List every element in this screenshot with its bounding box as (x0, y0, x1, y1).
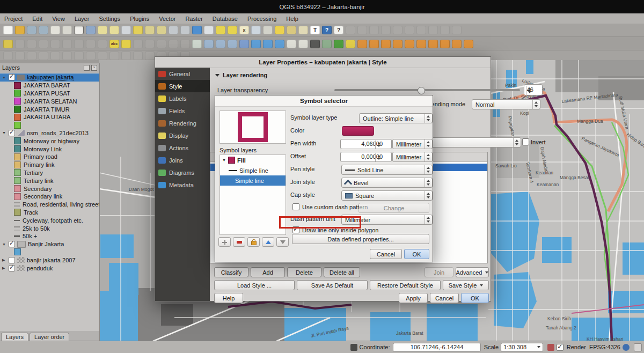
restore-default-style-button[interactable]: Restore Default Style (370, 280, 441, 290)
layer-row[interactable]: Cycleway, footpath etc. (0, 216, 99, 224)
zoom-full-icon[interactable] (133, 26, 143, 34)
add-button[interactable]: Add (251, 267, 285, 277)
spinner-arrows[interactable] (425, 165, 432, 174)
help-button[interactable]: Help (214, 293, 243, 303)
spinner-arrows[interactable] (375, 141, 383, 149)
expander-icon[interactable]: ▼ (2, 131, 9, 135)
pen-width-spinbox[interactable]: 4,06000 (340, 139, 392, 149)
color-button[interactable] (342, 126, 374, 136)
deselect-all-icon[interactable] (228, 26, 237, 34)
add-wms-layer-icon[interactable] (251, 40, 261, 48)
add-postgis-layer-icon[interactable] (216, 40, 225, 48)
layer-row[interactable]: Road, residential, living street, etc. (0, 201, 99, 209)
spinner-arrows[interactable] (425, 178, 432, 187)
offset-unit-select[interactable]: Millimeter (392, 152, 433, 162)
raster-calculator-icon[interactable] (322, 40, 332, 48)
grass-tool-1-icon[interactable] (357, 40, 367, 48)
grass-tool-6-icon[interactable] (416, 40, 426, 48)
coordinate-input[interactable]: 106.71246,-6.14244 (393, 343, 480, 352)
file-new-icon[interactable] (3, 26, 13, 34)
layer-row[interactable]: Secondary link (0, 193, 99, 201)
lock-symbol-layer-button[interactable] (247, 237, 260, 247)
data-defined-properties-button[interactable]: Data defined properties... (292, 234, 429, 244)
text-annotation-icon[interactable]: T (310, 26, 320, 34)
panel-close-icon[interactable]: × (91, 65, 97, 71)
layer-row[interactable]: ▶banjir jakarta 2007 (0, 256, 99, 264)
layer-row[interactable]: ▶penduduk (0, 264, 99, 272)
help-contents-icon[interactable]: ? (322, 26, 332, 34)
remove-symbol-layer-button[interactable] (233, 237, 245, 247)
grass-tool-10-icon[interactable] (464, 40, 473, 48)
layer-row[interactable]: ▼osm_roads_21dec2013 (0, 129, 99, 137)
select-features-icon[interactable] (216, 26, 225, 34)
remove-layer-icon[interactable] (298, 40, 308, 48)
delete-button[interactable]: Delete (287, 267, 321, 277)
panel-float-icon[interactable] (84, 65, 90, 71)
menu-settings[interactable]: Settings (99, 16, 120, 22)
layer-row[interactable]: ▼kabupaten jakarta (0, 73, 99, 82)
scale-combo[interactable]: 1:30 308 (501, 343, 543, 352)
pan-to-selection-icon[interactable] (86, 26, 96, 34)
spinner-arrows[interactable] (526, 86, 533, 95)
render-checkbox[interactable] (557, 344, 564, 351)
toggle-editing-icon[interactable] (3, 40, 13, 48)
properties-tab-diagrams[interactable]: Diagrams (155, 166, 210, 179)
menu-raster[interactable]: Raster (185, 16, 202, 22)
menu-database[interactable]: Database (213, 16, 238, 22)
ok-button[interactable]: OK (461, 293, 489, 303)
move-down-button[interactable] (276, 237, 289, 247)
menu-edit[interactable]: Edit (32, 16, 42, 22)
layer-checkbox[interactable] (9, 257, 15, 263)
transparency-slider[interactable] (334, 89, 520, 91)
offset-spinbox[interactable]: 0,00000 (340, 152, 392, 162)
zoom-out-icon[interactable] (109, 26, 119, 34)
show-bookmarks-icon[interactable] (298, 26, 308, 34)
advanced-button[interactable]: Advanced (456, 267, 489, 277)
attribute-table-icon[interactable] (251, 26, 261, 34)
symbol-cancel-button[interactable]: Cancel (370, 249, 402, 259)
layer-row[interactable]: 25k to 50k (0, 224, 99, 232)
save-style-button[interactable]: Save Style (443, 280, 489, 290)
transparency-slider-handle[interactable] (418, 87, 425, 94)
load-style-button[interactable]: Load Style ... (214, 280, 295, 290)
spinner-arrows[interactable] (425, 114, 432, 123)
layer-row[interactable]: Primary link (0, 161, 99, 169)
zoom-native-icon[interactable] (121, 26, 131, 34)
grass-tool-2-icon[interactable] (369, 40, 379, 48)
properties-tab-fields[interactable]: Fields (155, 105, 210, 117)
labeling-icon[interactable]: abc (109, 40, 119, 48)
layer-row[interactable] (0, 248, 99, 256)
plugin-installer-icon[interactable] (334, 40, 343, 48)
apply-button[interactable]: Apply (399, 293, 428, 303)
layer-row[interactable]: Primary road (0, 153, 99, 161)
pen-width-unit-select[interactable]: Millimeter (392, 139, 433, 149)
layer-row[interactable]: Secondary (0, 185, 99, 193)
layer-checkbox[interactable] (9, 265, 15, 271)
labeling-options-icon[interactable] (121, 40, 131, 48)
add-symbol-layer-button[interactable] (218, 237, 231, 247)
feature-blend-select[interactable]: Normal (472, 99, 540, 109)
layer-checkbox[interactable] (9, 74, 15, 80)
add-raster-layer-icon[interactable] (204, 40, 214, 48)
properties-tab-joins[interactable]: Joins (155, 154, 210, 166)
classify-button[interactable]: Classify (214, 267, 248, 277)
layer-row[interactable]: JAKARTA TIMUR (0, 105, 99, 113)
layer-row[interactable]: Motorway or highway (0, 137, 99, 145)
spinner-arrows[interactable] (425, 215, 432, 224)
grass-tool-9-icon[interactable] (452, 40, 462, 48)
zoom-last-icon[interactable] (169, 26, 178, 34)
add-mssql-layer-icon[interactable] (239, 40, 249, 48)
expander-icon[interactable]: ▼ (2, 242, 9, 246)
menu-layer[interactable]: Layer (75, 16, 90, 22)
zoom-to-layer-icon[interactable] (145, 26, 155, 34)
properties-tab-labels[interactable]: Labels (155, 92, 210, 105)
log-messages-icon[interactable] (634, 343, 642, 351)
expander-icon[interactable]: ▶ (2, 266, 9, 270)
new-bookmark-icon[interactable] (287, 26, 296, 34)
layer-rendering-section[interactable]: Layer rendering (215, 72, 267, 78)
menu-project[interactable]: Project (4, 16, 23, 22)
layer-row[interactable]: Motorway Link (0, 145, 99, 153)
folder-open-icon[interactable] (15, 26, 25, 34)
properties-tab-actions[interactable]: Actions (155, 142, 210, 154)
layer-row[interactable]: 50k + (0, 232, 99, 240)
